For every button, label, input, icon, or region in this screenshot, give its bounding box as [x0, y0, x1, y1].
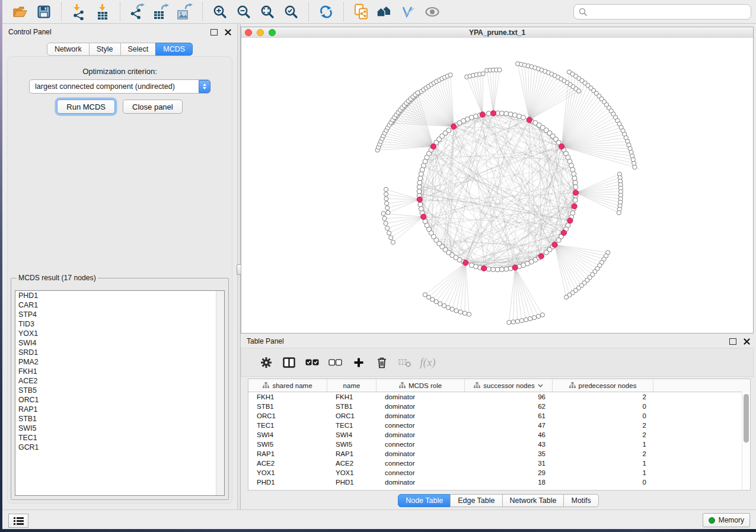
network-node[interactable]: [499, 111, 504, 116]
mcds-result-item[interactable]: RAP1: [15, 405, 224, 414]
network-node[interactable]: [486, 267, 491, 271]
table-row[interactable]: RAP1RAP1dominator352: [248, 449, 750, 459]
column-header-mcds-role[interactable]: MCDS role: [377, 379, 465, 392]
network-node[interactable]: [417, 189, 422, 194]
mcds-result-item[interactable]: PHD1: [15, 291, 224, 300]
network-leaf-node[interactable]: [384, 221, 388, 225]
open-session-button[interactable]: [8, 2, 32, 22]
memory-button[interactable]: Memory: [703, 513, 750, 527]
toggle-style-button[interactable]: [397, 2, 420, 22]
network-node[interactable]: [572, 176, 577, 181]
network-leaf-node[interactable]: [467, 312, 471, 316]
table-row[interactable]: ACE2ACE2connector311: [248, 459, 750, 468]
mcds-network-node[interactable]: [527, 117, 532, 123]
table-row[interactable]: FKH1FKH1dominator962: [248, 392, 750, 402]
delete-column-button[interactable]: [370, 352, 393, 373]
mcds-result-item[interactable]: SWI4: [15, 338, 224, 348]
close-panel-icon[interactable]: [225, 29, 231, 36]
network-leaf-node[interactable]: [389, 236, 393, 240]
mcds-result-item[interactable]: STB1: [15, 414, 224, 424]
network-leaf-node[interactable]: [384, 187, 388, 191]
network-leaf-node[interactable]: [458, 310, 462, 314]
network-leaf-node[interactable]: [532, 316, 537, 320]
save-session-button[interactable]: [32, 2, 56, 22]
delete-table-button[interactable]: [393, 352, 416, 373]
zoom-selected-button[interactable]: [279, 2, 303, 22]
mcds-result-item[interactable]: ACE2: [15, 376, 224, 386]
network-node[interactable]: [417, 180, 422, 185]
network-leaf-node[interactable]: [497, 68, 502, 72]
float-panel-icon[interactable]: [729, 338, 736, 345]
mcds-network-node[interactable]: [567, 218, 573, 223]
mcds-network-node[interactable]: [451, 124, 457, 129]
network-leaf-node[interactable]: [462, 311, 467, 315]
table-row[interactable]: SWI5SWI5connector431: [248, 440, 750, 449]
network-leaf-node[interactable]: [416, 91, 420, 95]
network-leaf-node[interactable]: [540, 313, 544, 317]
network-leaf-node[interactable]: [617, 211, 621, 215]
mcds-network-node[interactable]: [572, 204, 577, 209]
table-row[interactable]: ORC1ORC1dominator610: [248, 411, 750, 421]
show-columns-button[interactable]: [277, 352, 301, 373]
tab-network[interactable]: Network: [47, 43, 90, 56]
table-row[interactable]: PHD1PHD1dominator180: [248, 477, 750, 487]
network-leaf-node[interactable]: [438, 302, 442, 306]
network-node[interactable]: [521, 115, 526, 120]
close-panel-button[interactable]: Close panel: [123, 100, 183, 114]
network-node[interactable]: [504, 267, 509, 271]
network-leaf-node[interactable]: [528, 316, 532, 321]
mcds-result-item[interactable]: SWI5: [15, 424, 224, 433]
search-input[interactable]: [591, 7, 746, 17]
network-leaf-node[interactable]: [507, 321, 511, 325]
show-hide-button[interactable]: [420, 2, 444, 22]
network-leaf-node[interactable]: [387, 231, 391, 235]
table-row[interactable]: STB1STB1dominator620: [248, 402, 750, 411]
network-node[interactable]: [491, 267, 496, 272]
column-header-name[interactable]: name: [327, 379, 377, 392]
table-tab-edge-table[interactable]: Edge Table: [450, 494, 502, 507]
network-node[interactable]: [486, 111, 491, 116]
network-leaf-node[interactable]: [384, 201, 388, 206]
mcds-network-node[interactable]: [490, 111, 496, 116]
column-header-successor-nodes[interactable]: successor nodes: [465, 379, 553, 392]
network-leaf-node[interactable]: [423, 293, 427, 297]
mcds-network-node[interactable]: [430, 144, 436, 149]
network-node[interactable]: [446, 128, 451, 133]
mcds-result-item[interactable]: CAR1: [15, 300, 224, 310]
mcds-network-node[interactable]: [463, 260, 468, 265]
network-node[interactable]: [418, 202, 423, 207]
table-scrollbar-thumb[interactable]: [744, 394, 749, 443]
network-node[interactable]: [504, 111, 509, 116]
run-mcds-button[interactable]: Run MCDS: [57, 100, 115, 114]
mcds-result-item[interactable]: YOX1: [15, 329, 224, 338]
close-panel-icon[interactable]: [744, 338, 750, 345]
mcds-network-node[interactable]: [512, 265, 518, 270]
tab-select[interactable]: Select: [120, 43, 157, 56]
mcds-list-scrollbar[interactable]: [216, 291, 224, 495]
mcds-network-node[interactable]: [538, 254, 544, 259]
network-node[interactable]: [508, 112, 513, 117]
network-leaf-node[interactable]: [382, 216, 387, 220]
deselect-all-button[interactable]: [324, 352, 347, 373]
refresh-button[interactable]: [314, 2, 338, 22]
column-header-predecessor-nodes[interactable]: predecessor nodes: [553, 379, 653, 392]
network-node[interactable]: [469, 263, 474, 268]
mcds-network-node[interactable]: [417, 197, 422, 202]
network-canvas[interactable]: [241, 38, 753, 333]
network-node[interactable]: [556, 238, 561, 242]
mcds-result-item[interactable]: SRD1: [15, 348, 224, 357]
network-leaf-node[interactable]: [385, 206, 390, 210]
network-leaf-node[interactable]: [536, 314, 540, 318]
mcds-network-node[interactable]: [480, 112, 485, 117]
network-leaf-node[interactable]: [450, 307, 454, 311]
network-leaf-node[interactable]: [519, 319, 524, 323]
network-leaf-node[interactable]: [564, 295, 568, 299]
table-tab-motifs[interactable]: Motifs: [563, 494, 598, 507]
import-table-button[interactable]: [91, 2, 114, 22]
network-node[interactable]: [495, 267, 500, 272]
mcds-result-item[interactable]: TID3: [15, 319, 224, 329]
mcds-network-node[interactable]: [561, 230, 566, 235]
float-panel-icon[interactable]: [210, 29, 218, 36]
network-leaf-node[interactable]: [454, 309, 458, 313]
mcds-result-item[interactable]: ORC1: [15, 395, 224, 405]
